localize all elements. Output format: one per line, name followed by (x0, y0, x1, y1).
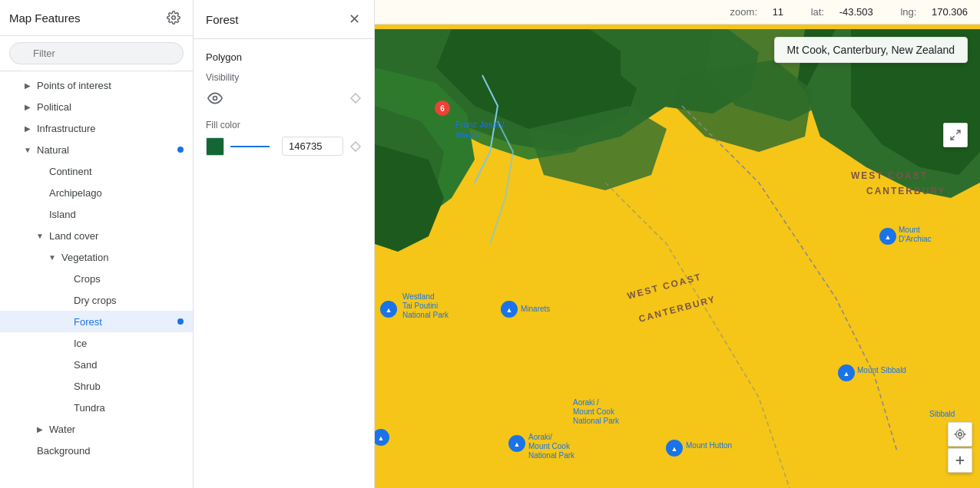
spacer (58, 401, 71, 414)
chevron-right-icon: ▶ (22, 122, 34, 134)
svg-text:National Park: National Park (528, 451, 575, 460)
nav-label: Crops (74, 273, 184, 285)
sidebar-item-dry-crops[interactable]: Dry crops (0, 289, 193, 311)
sidebar-header: Map Features (0, 0, 193, 36)
svg-point-43 (956, 430, 965, 439)
map-coords: zoom: 11 lat: -43.503 lng: 170.306 (718, 6, 968, 18)
expand-icon (949, 129, 962, 141)
sidebar-item-background[interactable]: Background (0, 440, 193, 461)
sidebar: Map Features ≡ ▶ Points of interest ▶ Po… (0, 0, 194, 488)
svg-text:▲: ▲ (514, 440, 521, 448)
spacer (34, 208, 46, 220)
nav-label: Continent (49, 166, 184, 177)
nav-tree: ▶ Points of interest ▶ Political ▶ Infra… (0, 71, 193, 488)
nav-label: Dry crops (74, 295, 184, 306)
svg-text:National Park: National Park (402, 311, 449, 319)
spacer (58, 315, 71, 328)
svg-text:Aoraki /: Aoraki / (573, 398, 599, 407)
svg-text:6: 6 (440, 104, 445, 113)
nav-label: Infrastructure (37, 123, 184, 134)
nav-label: Shrub (74, 381, 184, 392)
svg-text:Mount Cook: Mount Cook (573, 407, 615, 416)
svg-text:▲: ▲ (843, 370, 850, 378)
lng-label: lng: (900, 6, 916, 18)
sidebar-item-vegetation[interactable]: ▼ Vegetation (0, 246, 193, 268)
diamond-icon-2[interactable] (349, 140, 362, 153)
detail-content: Polygon Visibility Fill color (194, 39, 374, 488)
close-button[interactable]: ✕ (347, 9, 362, 29)
spacer (58, 358, 71, 371)
svg-text:▲: ▲ (506, 306, 513, 314)
sidebar-item-water[interactable]: ▶ Water (0, 418, 193, 440)
chevron-right-icon: ▶ (22, 79, 34, 91)
sidebar-item-continent[interactable]: Continent (0, 160, 193, 182)
chevron-right-icon: ▶ (34, 423, 46, 435)
visibility-row (206, 89, 362, 107)
sidebar-item-natural[interactable]: ▼ Natural (0, 139, 193, 160)
svg-text:Sibbald: Sibbald (929, 410, 955, 418)
sidebar-item-infrastructure[interactable]: ▶ Infrastructure (0, 117, 193, 139)
spacer (58, 272, 71, 285)
nav-label: Water (49, 424, 184, 435)
location-text: Mt Cook, Canterbury, New Zealand (787, 44, 955, 56)
sidebar-item-crops[interactable]: Crops (0, 268, 193, 289)
svg-line-3 (951, 136, 955, 140)
svg-text:Mount Cook: Mount Cook (528, 442, 571, 450)
map-topbar: zoom: 11 lat: -43.503 lng: 170.306 (375, 0, 980, 25)
nav-label: Archipelago (49, 187, 184, 199)
sidebar-item-ice[interactable]: Ice (0, 332, 193, 354)
sidebar-item-sand[interactable]: Sand (0, 354, 193, 375)
locate-icon (953, 427, 967, 441)
detail-panel-title: Forest (206, 13, 239, 26)
nav-label: Natural (37, 144, 177, 156)
lng-value: 170.306 (932, 6, 968, 18)
eye-icon[interactable] (206, 89, 224, 107)
map-svg: 6 Franz Josef / Waiau WEST COAST CANTERB… (375, 29, 980, 488)
plus-icon (953, 453, 967, 467)
chevron-down-icon: ▼ (46, 251, 58, 263)
svg-text:▲: ▲ (378, 434, 385, 442)
fill-color-label: Fill color (206, 120, 362, 130)
svg-text:Waiau: Waiau (455, 130, 479, 140)
sidebar-item-forest[interactable]: Forest (0, 311, 193, 332)
svg-point-1 (214, 97, 217, 101)
active-dot (177, 147, 184, 153)
sidebar-item-political[interactable]: ▶ Political (0, 96, 193, 117)
svg-text:Franz Josef /: Franz Josef / (455, 120, 505, 129)
svg-text:National Park: National Park (573, 417, 620, 425)
zoom-in-button[interactable] (948, 448, 972, 473)
sidebar-item-tundra[interactable]: Tundra (0, 397, 193, 418)
color-swatch[interactable] (206, 137, 224, 156)
sidebar-item-archipelago[interactable]: Archipelago (0, 182, 193, 203)
chevron-right-icon: ▶ (22, 101, 34, 113)
svg-text:CANTERBURY: CANTERBURY (866, 186, 946, 196)
spacer (34, 165, 46, 177)
sidebar-item-land-cover[interactable]: ▼ Land cover (0, 225, 193, 246)
expand-map-button[interactable] (943, 123, 968, 147)
svg-text:Mount Sibbald: Mount Sibbald (857, 366, 906, 374)
spacer (34, 186, 46, 199)
chevron-down-icon: ▼ (34, 229, 46, 242)
polygon-section-label: Polygon (206, 51, 362, 63)
svg-point-0 (172, 16, 176, 20)
map-controls (948, 422, 972, 473)
filter-input[interactable] (9, 42, 184, 64)
locate-button[interactable] (948, 422, 972, 447)
nav-label: Tundra (74, 402, 184, 414)
svg-text:Westland: Westland (402, 292, 435, 301)
spacer (58, 294, 71, 306)
gear-icon (167, 11, 180, 25)
svg-text:▲: ▲ (671, 445, 678, 453)
diamond-icon[interactable] (349, 92, 362, 104)
spacer (22, 444, 34, 457)
lat-label: lat: (811, 6, 824, 18)
sidebar-title: Map Features (9, 12, 81, 25)
sidebar-item-points-of-interest[interactable]: ▶ Points of interest (0, 74, 193, 96)
nav-label: Land cover (49, 230, 184, 242)
settings-button[interactable] (164, 8, 184, 28)
sidebar-item-island[interactable]: Island (0, 203, 193, 225)
detail-panel: Forest ✕ Polygon Visibility Fill color (194, 0, 375, 488)
spacer (58, 380, 71, 392)
color-hex-input[interactable] (282, 137, 343, 156)
sidebar-item-shrub[interactable]: Shrub (0, 375, 193, 397)
